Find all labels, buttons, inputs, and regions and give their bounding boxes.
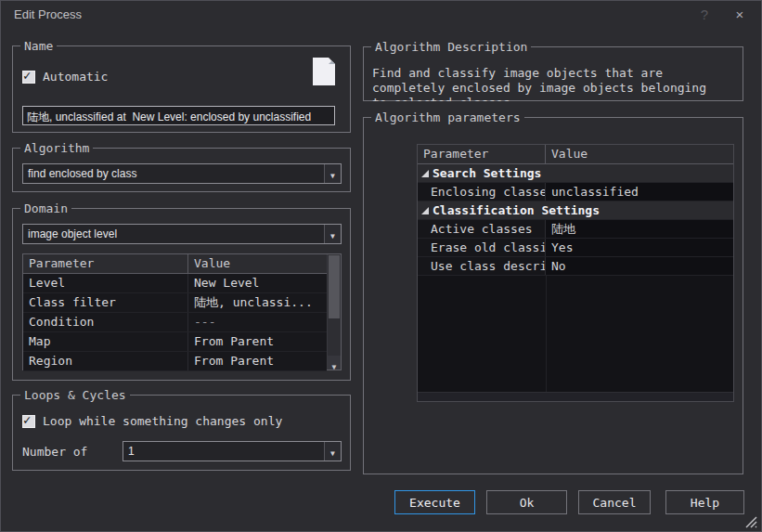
row-parameter: Condition: [23, 313, 188, 331]
ok-button[interactable]: Ok: [486, 490, 567, 514]
close-icon[interactable]: ×: [722, 1, 757, 29]
parameters-table-empty-area: [418, 276, 733, 392]
help-button[interactable]: Help: [665, 490, 744, 514]
process-name-input[interactable]: 陆地, unclassified at New Level: enclosed …: [22, 106, 335, 125]
row-value: ---: [188, 313, 327, 331]
algorithm-parameters-group: Algorithm parameters Parameter Value Sea…: [363, 117, 743, 474]
param-value[interactable]: 陆地: [546, 220, 733, 238]
domain-level-select[interactable]: image object level ▼: [22, 224, 342, 244]
window-title: Edit Process: [14, 1, 82, 29]
cancel-button[interactable]: Cancel: [578, 490, 651, 514]
algorithm-group-label: Algorithm: [20, 141, 93, 155]
chevron-down-icon: ▼: [330, 172, 335, 180]
number-of-dropdown-button[interactable]: ▼: [324, 442, 341, 461]
loops-cycles-group: Loops & Cycles ✓ Loop while something ch…: [12, 395, 351, 471]
horizontal-scrollbar[interactable]: [418, 392, 733, 401]
scroll-down-icon: ▼: [332, 363, 337, 371]
automatic-checkbox-label: Automatic: [43, 70, 108, 84]
param-name: Erase old classif...: [418, 239, 546, 256]
domain-group: Domain image object level ▼ Parameter Va…: [12, 208, 351, 381]
row-parameter: Class filter: [23, 293, 188, 312]
loop-while-checkbox-label: Loop while something changes only: [43, 414, 282, 428]
param-row[interactable]: Enclosing classes unclassified: [418, 183, 733, 201]
table-row[interactable]: Region From Parent: [23, 352, 327, 371]
scrollbar-thumb[interactable]: [329, 255, 340, 318]
help-icon[interactable]: ?: [687, 1, 722, 29]
table-row[interactable]: Level New Level: [23, 274, 327, 293]
execute-button[interactable]: Execute: [394, 490, 475, 514]
checkmark-icon: ✓: [23, 412, 31, 427]
domain-table-header: Parameter Value: [23, 254, 327, 274]
parameters-header-value: Value: [546, 145, 733, 163]
domain-header-value: Value: [188, 254, 327, 273]
param-group-title: Search Settings: [433, 166, 541, 180]
algorithm-group: Algorithm find enclosed by class ▼: [12, 148, 351, 192]
parameters-header-parameter: Parameter: [418, 145, 546, 163]
scroll-down-button[interactable]: ▼: [328, 356, 341, 370]
row-value: From Parent: [188, 332, 327, 351]
parameters-table-header: Parameter Value: [418, 145, 733, 164]
domain-dropdown-button[interactable]: ▼: [324, 225, 341, 243]
param-value[interactable]: No: [546, 257, 733, 275]
algorithm-description-text: Find and classify image objects that are…: [372, 66, 717, 101]
domain-table-body: Parameter Value Level New Level Class fi…: [23, 254, 327, 370]
checkmark-icon: ✓: [23, 68, 31, 83]
number-of-label: Number of: [22, 445, 87, 459]
chevron-down-icon: ▼: [330, 449, 335, 458]
param-value[interactable]: Yes: [546, 239, 733, 256]
table-row[interactable]: Condition ---: [23, 313, 327, 332]
number-of-value: 1: [128, 442, 135, 461]
description-group-label: Algorithm Description: [371, 40, 531, 54]
row-value: New Level: [188, 274, 327, 292]
domain-parameter-table: Parameter Value Level New Level Class fi…: [22, 253, 342, 370]
param-name: Use class descrip...: [418, 257, 546, 275]
param-row[interactable]: Erase old classif... Yes: [418, 239, 733, 257]
group-expander-icon[interactable]: [421, 207, 429, 214]
number-of-select[interactable]: 1 ▼: [123, 441, 342, 461]
page-fold-icon: [329, 58, 335, 64]
row-parameter: Level: [23, 274, 188, 292]
resize-grip-icon[interactable]: [744, 515, 757, 528]
row-value: From Parent: [188, 352, 327, 370]
row-value: 陆地, unclassi...: [188, 293, 327, 312]
param-value[interactable]: unclassified: [546, 183, 733, 201]
table-row[interactable]: Map From Parent: [23, 332, 327, 352]
param-row[interactable]: Active classes 陆地: [418, 220, 733, 239]
loops-group-label: Loops & Cycles: [20, 388, 130, 402]
automatic-checkbox[interactable]: ✓: [22, 71, 35, 84]
column-divider: [546, 276, 547, 392]
algorithm-parameters-table: Parameter Value Search Settings Enclosin…: [417, 144, 734, 402]
domain-header-parameter: Parameter: [23, 254, 188, 273]
domain-group-label: Domain: [20, 201, 71, 215]
param-name: Active classes: [418, 220, 546, 238]
algorithm-selected-value: find enclosed by class: [28, 164, 136, 183]
param-group-row[interactable]: Search Settings: [418, 164, 733, 183]
vertical-scrollbar[interactable]: ▼: [327, 254, 341, 370]
param-group-row[interactable]: Classification Settings: [418, 201, 733, 220]
chevron-down-icon: ▼: [330, 232, 335, 240]
param-row[interactable]: Use class descrip... No: [418, 257, 733, 276]
group-expander-icon[interactable]: [421, 170, 429, 177]
name-group: Name ✓ Automatic 陆地, unclassified at New…: [12, 45, 351, 133]
algorithm-description-group: Algorithm Description Find and classify …: [363, 46, 743, 101]
algorithm-dropdown-button[interactable]: ▼: [324, 164, 341, 183]
title-bar[interactable]: Edit Process ? ×: [1, 1, 761, 29]
param-group-title: Classification Settings: [433, 203, 600, 217]
process-name-value: 陆地, unclassified at New Level: enclosed …: [23, 109, 311, 125]
param-name: Enclosing classes: [418, 183, 546, 201]
algorithm-select[interactable]: find enclosed by class ▼: [22, 163, 342, 184]
domain-selected-value: image object level: [28, 225, 117, 243]
row-parameter: Region: [23, 352, 188, 370]
parameters-group-label: Algorithm parameters: [371, 110, 524, 124]
titlebar-buttons: ? ×: [687, 1, 757, 29]
loop-while-checkbox[interactable]: ✓: [22, 415, 35, 428]
name-group-label: Name: [20, 39, 57, 53]
table-row[interactable]: Class filter 陆地, unclassi...: [23, 293, 327, 313]
new-document-icon[interactable]: [313, 58, 335, 85]
row-parameter: Map: [23, 332, 188, 351]
